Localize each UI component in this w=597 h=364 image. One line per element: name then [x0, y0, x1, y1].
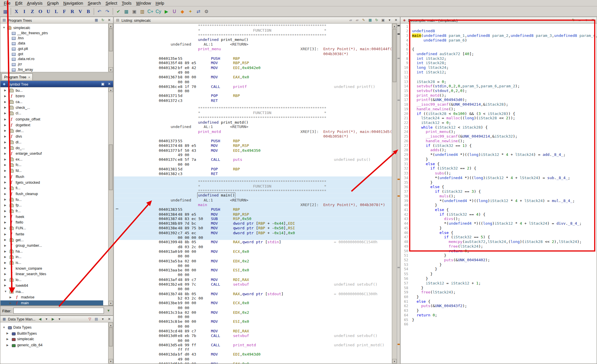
listing-line[interactable]: ****************************************… [114, 24, 392, 28]
decompile-line[interactable]: 36 else { [401, 185, 597, 189]
decompile-line[interactable]: 60 } [401, 295, 597, 299]
decompile-line[interactable]: 65} [401, 318, 597, 322]
listing-line[interactable]: 00401392c7 45 ecMOVdword ptr [RBP + -0x1… [114, 231, 392, 235]
gear-icon[interactable]: ⚙ [203, 8, 210, 15]
listing-line[interactable]: 004013beb9 00 00MOVECX,0x0 [114, 301, 392, 305]
listing-line[interactable]: 004013a0b9 00 00MOVECX,0x0 [114, 249, 392, 254]
decompile-line[interactable]: 21 lStack24 = malloc((long)(iStack28 << … [401, 116, 597, 120]
symbol-tree-item-known-compare[interactable]: ▶fknown_compare [0, 266, 103, 272]
expander-icon[interactable]: ▶ [4, 278, 6, 281]
listing-line[interactable]: 004013815dPOPRBP [114, 167, 392, 172]
menu-tools[interactable]: Tools [119, 0, 134, 6]
symbol-tree-item-ftello[interactable]: ▶fftello [0, 220, 103, 226]
symbol-tree-item-fd-[interactable]: ▶fd... [0, 168, 103, 174]
decompile-line[interactable]: 23 while (iStack12 < iStack28) { [401, 125, 597, 130]
decompile-line[interactable]: 58 } [401, 285, 597, 290]
decompile-line[interactable]: 16 print_motd(); [401, 93, 597, 98]
symbol-tree-item-fp-[interactable]: ▶fp... [0, 203, 103, 208]
listing-line[interactable]: * FUNCTION * [114, 28, 392, 33]
decompile-line[interactable]: 30 } [401, 157, 597, 162]
decompile-line[interactable]: 19 handle_newline(); [401, 107, 597, 111]
listing-line[interactable]: 00 00 [114, 80, 392, 84]
scroll-down-icon[interactable]: ▼ [108, 67, 113, 72]
symbol-tree-item-fo-[interactable]: ▶fo... [0, 197, 103, 203]
save-icon[interactable]: ▦ [1, 8, 9, 15]
expander-icon[interactable]: ▶ [4, 210, 6, 212]
refresh-icon[interactable]: ↻ [100, 17, 106, 23]
back-caret-icon[interactable]: ▾ [44, 316, 49, 322]
program-tree-item[interactable]: .data.rel.ro [0, 56, 103, 62]
expander-icon[interactable]: ▶ [4, 215, 6, 218]
nav-marker[interactable] [398, 100, 400, 101]
expander-icon[interactable]: ▶ [4, 238, 6, 241]
listing-line[interactable]: 00 00 [114, 338, 392, 343]
decompile-line[interactable]: 10 long lStack24; [401, 66, 597, 70]
pin-icon[interactable]: ▣ [100, 81, 106, 87]
listing-line[interactable]: 004013cd48 89 c7MOVRDI,RAX [114, 329, 392, 334]
nav-marker[interactable] [398, 344, 400, 345]
decompile-line[interactable]: 50 return 0; [401, 249, 597, 253]
decompile-line[interactable]: 44 *(undefined4 *)((long)iStack12 * 4 + … [401, 221, 597, 226]
symbol-tree-item-dcgettext[interactable]: ▶fdcgettext [0, 122, 103, 128]
symbol-tree-item-fwrite[interactable]: ▶ffwrite [0, 231, 103, 237]
decompile-line[interactable]: 6{ [401, 47, 597, 52]
expander-icon[interactable]: ▶ [4, 244, 6, 247]
scroll-up-icon[interactable]: ▲ [392, 24, 397, 28]
decompile-line[interactable]: 28 adds(); [401, 148, 597, 153]
close-icon[interactable]: ✕ [590, 17, 595, 23]
symbol-tree-item-fgets-unlocked[interactable]: ▶ffgets_unlocked [0, 180, 103, 185]
symbol-tree-item-madvise[interactable]: ▶fmadvise [0, 295, 103, 300]
listing-line[interactable]: print_motdXREF[3]:Entry Point(*), main:0… [114, 129, 392, 134]
listing-line[interactable]: ff ff [114, 348, 392, 352]
decompile-line[interactable]: 9 int iStack28; [401, 61, 597, 66]
expander-icon[interactable]: ▶ [4, 106, 6, 109]
expander-icon[interactable]: ▶ [6, 344, 8, 347]
decompile-line[interactable]: 59 free(lStack24); [401, 290, 597, 295]
decompile-line[interactable]: 34 *(undefined4 *)((long)iStack12 * 4 + … [401, 176, 597, 180]
table-icon[interactable]: ▦ [123, 8, 130, 15]
listing-line[interactable]: 0040136ce8 1f 70CALLprintfundefined prin… [114, 84, 392, 89]
decompile-line[interactable]: 42 if (iStack32 == 4) { [401, 212, 597, 217]
menu-caret-icon[interactable]: ▾ [100, 316, 106, 322]
listing-line[interactable]: 0040135e55PUSHRBP [114, 56, 392, 61]
forward-caret-icon[interactable]: ▾ [57, 316, 62, 322]
redo-icon[interactable]: ↷ [103, 8, 111, 15]
filter-icon[interactable]: ▽ [87, 316, 92, 322]
nav-marker[interactable] [398, 195, 400, 197]
symbol-tree-item-fseek[interactable]: ▶ffseek [0, 214, 103, 220]
cpp-icon[interactable]: C+ [146, 8, 154, 15]
symbol-tree-item-ca-[interactable]: ▶ca... [0, 99, 103, 105]
tool-letter-i-icon[interactable]: I [21, 8, 28, 15]
expander-icon[interactable]: ▶ [4, 123, 6, 126]
decompile-line[interactable]: 64 return 0; [401, 313, 597, 318]
decompile-line[interactable]: 32 if (iStack32 == 2) { [401, 166, 597, 171]
listing-line[interactable]: 0040139948 8b 05MOVRAX,qword ptr [stdin]… [114, 240, 392, 245]
expander-icon[interactable]: ▶ [4, 261, 6, 264]
forward-icon[interactable]: ▶ [50, 316, 56, 322]
symbol-tree-item-fr-[interactable]: ▶fr... [0, 208, 103, 214]
listing-line[interactable]: 00401367b8 00 00MOVEAX,0x0 [114, 75, 392, 80]
listing-line[interactable]: undefined print_menu() [114, 38, 392, 42]
listing-line[interactable]: 00401362bf e0 42MOVEDI,0x4942e0 [114, 66, 392, 70]
expander-icon[interactable]: ▼ [3, 326, 5, 329]
decompile-line[interactable]: 54 } [401, 267, 597, 272]
expander-icon[interactable]: ▶ [4, 118, 6, 120]
listing-line[interactable]: 00 00 [114, 324, 392, 329]
symbol-tree-item-divs[interactable]: ▶fdivs [0, 134, 103, 140]
decompile-line[interactable]: 47 if (iStack32 == 5) { [401, 235, 597, 240]
back-icon[interactable]: ◀ [37, 316, 43, 322]
symbol-tree-item-fc-[interactable]: ▶fc... [0, 163, 103, 168]
data-type-item[interactable]: ▶BuiltInTypes [0, 331, 103, 336]
listing-line[interactable]: 00 00 [114, 287, 392, 291]
edit-icon[interactable]: ✎ [361, 17, 366, 23]
listing-line[interactable]: 004013a5ba 02 00MOVEDX,0x2 [114, 259, 392, 264]
listing-line[interactable]: 004013c8be 00 00MOVESI,0x0 [114, 320, 392, 324]
listing-line[interactable]: 49 00 [114, 357, 392, 362]
tool-letter-r-icon[interactable]: R [69, 8, 76, 15]
symbol-tree-item-cl-[interactable]: ▶cl... [0, 111, 103, 117]
snapshot-icon[interactable]: ▣ [380, 17, 386, 23]
listing-line[interactable]: 00401372c3RET [114, 98, 392, 103]
symbol-tree-item-bu-[interactable]: ▶bu... [0, 88, 103, 94]
expander-icon[interactable]: ▶ [4, 135, 6, 138]
listing-line[interactable]: 00401377bf 50 43MOVEDI,0x494350 [114, 148, 392, 153]
